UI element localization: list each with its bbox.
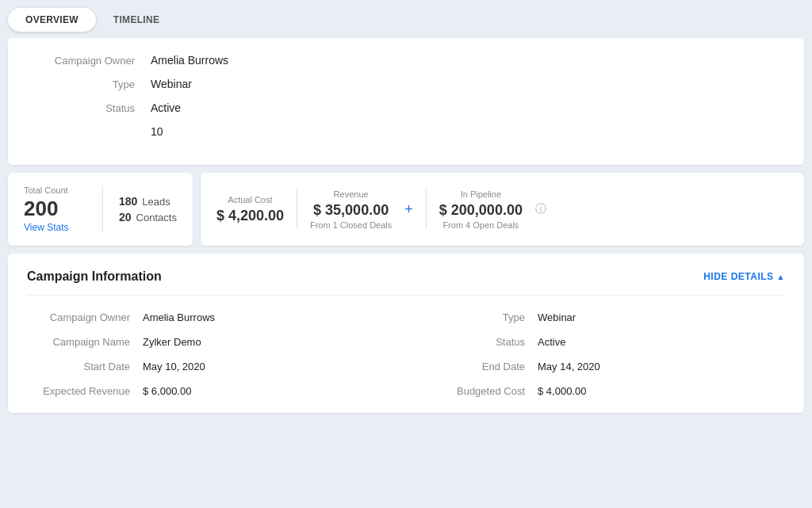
field-end-date-value: May 14, 2020 — [538, 361, 600, 372]
tabs-bar: OVERVIEW TIMELINE — [8, 8, 804, 32]
revenue-amount: $ 35,000.00 — [313, 202, 389, 219]
field-end-date: End Date May 14, 2020 — [422, 361, 785, 372]
tab-timeline[interactable]: TIMELINE — [96, 8, 177, 32]
right-fields: Type Webinar Status Active End Date May … — [422, 311, 785, 397]
leads-label: Leads — [142, 196, 170, 208]
campaign-info-section: Campaign Information HIDE DETAILS ▲ Camp… — [8, 254, 804, 413]
field-type-label: Type — [422, 311, 525, 323]
field-budgeted-cost: Budgeted Cost $ 4,000.00 — [422, 385, 785, 397]
chevron-up-icon: ▲ — [777, 273, 785, 281]
field-type: Type Webinar — [422, 311, 785, 323]
status-row: Status Active — [32, 101, 780, 114]
campaign-owner-row: Campaign Owner Amelia Burrows — [32, 54, 780, 67]
type-label: Type — [32, 78, 135, 90]
revenue-label: Revenue — [334, 189, 369, 199]
field-campaign-owner-label: Campaign Owner — [27, 311, 130, 323]
field-status-value: Active — [538, 336, 565, 348]
status-value: Active — [151, 101, 181, 114]
field-type-value: Webinar — [538, 311, 576, 323]
field-campaign-name: Campaign Name Zylker Demo — [27, 336, 390, 348]
in-pipeline-label: In Pipeline — [461, 189, 501, 199]
campaign-owner-value: Amelia Burrows — [151, 54, 228, 67]
field-campaign-name-value: Zylker Demo — [143, 336, 201, 348]
total-count-card: Total Count 200 View Stats 180 Leads 20 … — [8, 173, 193, 246]
total-count-number: 200 — [24, 198, 58, 219]
info-icon[interactable]: ⓘ — [535, 202, 546, 216]
in-pipeline-block: In Pipeline $ 200,000.00 From 4 Open Dea… — [439, 189, 523, 230]
in-pipeline-sub: From 4 Open Deals — [442, 220, 519, 230]
leads-contacts-block: 180 Leads 20 Contacts — [103, 185, 177, 233]
contacts-label: Contacts — [136, 212, 177, 223]
hide-details-link[interactable]: HIDE DETAILS ▲ — [703, 271, 785, 282]
field-start-date-label: Start Date — [27, 361, 130, 372]
revenue-block: Revenue $ 35,000.00 From 1 Closed Deals — [310, 189, 392, 230]
metrics-card: Actual Cost $ 4,200.00 Revenue $ 35,000.… — [201, 173, 804, 246]
page-wrapper: OVERVIEW TIMELINE Campaign Owner Amelia … — [0, 0, 812, 508]
field-expected-revenue: Expected Revenue $ 6,000.00 — [27, 385, 390, 397]
campaign-owner-label: Campaign Owner — [32, 55, 135, 67]
actual-cost-block: Actual Cost $ 4,200.00 — [216, 195, 284, 224]
metric-divider-2 — [426, 189, 427, 229]
add-revenue-icon[interactable]: + — [404, 201, 413, 218]
field-campaign-owner: Campaign Owner Amelia Burrows — [27, 311, 390, 323]
field-budgeted-cost-value: $ 4,000.00 — [538, 385, 586, 397]
type-row: Type Webinar — [32, 78, 780, 90]
field-end-date-label: End Date — [422, 361, 525, 372]
field-campaign-owner-value: Amelia Burrows — [143, 311, 215, 323]
extra-row: 10 — [32, 125, 780, 138]
revenue-sub: From 1 Closed Deals — [310, 220, 392, 230]
field-status-label: Status — [422, 336, 525, 348]
campaign-fields-grid: Campaign Owner Amelia Burrows Campaign N… — [27, 311, 785, 397]
leads-count: 180 — [119, 195, 137, 208]
actual-cost-amount: $ 4,200.00 — [216, 208, 284, 224]
actual-cost-label: Actual Cost — [228, 195, 272, 204]
total-count-label: Total Count — [24, 185, 68, 195]
stats-row-wrapper: Total Count 200 View Stats 180 Leads 20 … — [8, 173, 804, 246]
extra-value: 10 — [151, 125, 163, 138]
leads-row: 180 Leads — [119, 195, 177, 208]
hide-details-label: HIDE DETAILS — [703, 271, 773, 282]
contacts-count: 20 — [119, 211, 132, 223]
contacts-row: 20 Contacts — [119, 211, 177, 223]
field-start-date: Start Date May 10, 2020 — [27, 361, 390, 372]
field-expected-revenue-value: $ 6,000.00 — [143, 385, 191, 397]
field-start-date-value: May 10, 2020 — [143, 361, 205, 372]
view-stats-link[interactable]: View Stats — [24, 222, 68, 233]
field-budgeted-cost-label: Budgeted Cost — [422, 385, 525, 397]
overview-card: Campaign Owner Amelia Burrows Type Webin… — [8, 38, 804, 165]
in-pipeline-amount: $ 200,000.00 — [439, 202, 523, 219]
field-campaign-name-label: Campaign Name — [27, 336, 130, 348]
type-value: Webinar — [151, 78, 192, 90]
tab-overview[interactable]: OVERVIEW — [8, 8, 96, 32]
field-status: Status Active — [422, 336, 785, 348]
metric-divider-1 — [297, 189, 297, 229]
field-expected-revenue-label: Expected Revenue — [27, 385, 130, 397]
total-count-block: Total Count 200 View Stats — [24, 185, 103, 233]
campaign-info-title: Campaign Information — [27, 269, 162, 284]
left-fields: Campaign Owner Amelia Burrows Campaign N… — [27, 311, 390, 397]
status-label: Status — [32, 102, 135, 114]
campaign-info-header: Campaign Information HIDE DETAILS ▲ — [27, 269, 785, 296]
